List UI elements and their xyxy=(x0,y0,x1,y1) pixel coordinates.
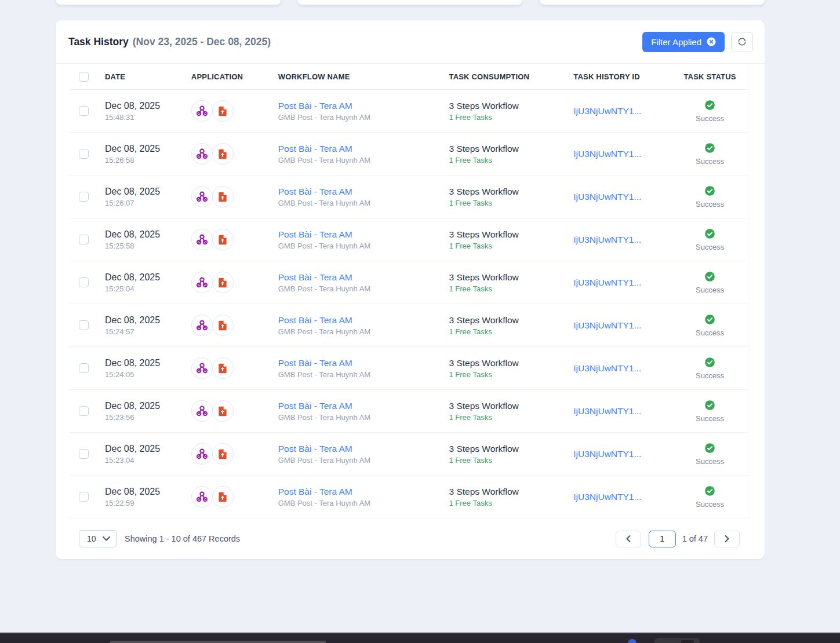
free-tasks-label: 1 Free Tasks xyxy=(449,156,562,165)
refresh-button[interactable] xyxy=(731,32,753,52)
table-row: Dec 08, 2025 15:24:05 xyxy=(69,347,748,390)
workflow-subtitle: GMB Post - Tera Huynh AM xyxy=(278,370,438,379)
workflow-name-link[interactable]: Post Bài - Tera AM xyxy=(278,444,352,454)
date-range-label: (Nov 23, 2025 - Dec 08, 2025) xyxy=(133,36,271,48)
row-date: Dec 08, 2025 xyxy=(105,358,180,368)
workflow-name-link[interactable]: Post Bài - Tera AM xyxy=(278,487,352,497)
column-header-workflow-name[interactable]: WORKFLOW NAME xyxy=(267,72,438,81)
task-history-id-link[interactable]: IjU3NjUwNTY1... xyxy=(573,192,641,202)
webhook-icon xyxy=(191,100,213,122)
select-all-checkbox[interactable] xyxy=(79,72,89,82)
success-icon xyxy=(704,271,715,282)
filter-applied-button[interactable]: Filter Applied xyxy=(642,32,725,52)
task-history-id-link[interactable]: IjU3NjUwNTY1... xyxy=(573,277,641,288)
pagination-bar: 10 Showing 1 - 10 of 467 Records 1 1 of … xyxy=(56,518,765,559)
free-tasks-label: 1 Free Tasks xyxy=(449,456,562,465)
taskbar-blue-icon[interactable] xyxy=(628,639,637,643)
header-actions: Filter Applied xyxy=(642,32,753,52)
success-icon xyxy=(704,100,715,111)
success-icon xyxy=(704,143,715,154)
task-consumption-value: 3 Steps Workflow xyxy=(449,272,562,283)
row-date: Dec 08, 2025 xyxy=(105,315,180,326)
task-history-id-link[interactable]: IjU3NjUwNTY1... xyxy=(573,106,641,116)
task-consumption-value: 3 Steps Workflow xyxy=(449,187,562,197)
row-date: Dec 08, 2025 xyxy=(105,229,180,240)
column-header-task-history-id[interactable]: TASK HISTORY ID xyxy=(562,72,672,81)
task-history-id-link[interactable]: IjU3NjUwNTY1... xyxy=(573,492,641,502)
task-consumption-value: 3 Steps Workflow xyxy=(449,358,562,368)
workflow-name-link[interactable]: Post Bài - Tera AM xyxy=(278,229,352,240)
task-history-id-link[interactable]: IjU3NjUwNTY1... xyxy=(573,235,641,245)
row-time: 15:22:59 xyxy=(105,499,180,507)
table-row: Dec 08, 2025 15:26:07 xyxy=(69,176,748,218)
row-time: 15:24:05 xyxy=(105,370,180,379)
next-page-button[interactable] xyxy=(714,531,740,547)
workflow-subtitle: GMB Post - Tera Huynh AM xyxy=(278,327,438,336)
status-label: Success xyxy=(672,157,748,166)
column-header-application[interactable]: APPLICATION xyxy=(180,72,267,81)
row-checkbox[interactable] xyxy=(79,449,89,459)
workflow-name-link[interactable]: Post Bài - Tera AM xyxy=(278,401,352,411)
pager: 1 1 of 47 xyxy=(616,531,740,547)
row-checkbox[interactable] xyxy=(79,106,89,116)
row-checkbox[interactable] xyxy=(79,320,89,330)
success-icon xyxy=(704,357,715,368)
task-consumption-value: 3 Steps Workflow xyxy=(449,401,562,411)
free-tasks-label: 1 Free Tasks xyxy=(449,113,562,122)
workflow-subtitle: GMB Post - Tera Huynh AM xyxy=(278,499,438,507)
table-row: Dec 08, 2025 15:25:58 xyxy=(69,218,748,261)
row-checkbox[interactable] xyxy=(79,149,89,159)
workflow-name-link[interactable]: Post Bài - Tera AM xyxy=(278,272,352,283)
row-checkbox[interactable] xyxy=(79,406,89,416)
task-history-id-link[interactable]: IjU3NjUwNTY1... xyxy=(573,320,641,331)
row-date: Dec 08, 2025 xyxy=(105,444,180,454)
workflow-name-link[interactable]: Post Bài - Tera AM xyxy=(278,315,352,326)
taskbar-app-button[interactable] xyxy=(654,638,700,643)
current-page-input[interactable]: 1 xyxy=(649,531,676,547)
table-row: Dec 08, 2025 15:24:57 xyxy=(69,304,748,347)
file-upload-icon xyxy=(212,443,234,465)
panel-header: Task History(Nov 23, 2025 - Dec 08, 2025… xyxy=(56,20,765,64)
panel-title-text: Task History xyxy=(68,36,129,48)
row-time: 15:23:56 xyxy=(105,413,180,422)
filter-clear-icon[interactable] xyxy=(707,37,716,46)
row-time: 15:23:04 xyxy=(105,456,180,465)
file-upload-icon xyxy=(212,143,234,165)
column-header-task-consumption[interactable]: TASK CONSUMPTION xyxy=(438,72,562,81)
webhook-icon xyxy=(191,229,213,250)
records-summary: Showing 1 - 10 of 467 Records xyxy=(125,534,240,543)
task-history-id-link[interactable]: IjU3NjUwNTY1... xyxy=(573,149,641,159)
workflow-name-link[interactable]: Post Bài - Tera AM xyxy=(278,101,352,111)
task-history-id-link[interactable]: IjU3NjUwNTY1... xyxy=(573,363,641,374)
row-time: 15:24:57 xyxy=(105,327,180,336)
row-checkbox[interactable] xyxy=(79,235,89,244)
chevron-left-icon xyxy=(626,535,631,542)
task-consumption-value: 3 Steps Workflow xyxy=(449,487,562,497)
status-label: Success xyxy=(672,414,748,423)
column-header-task-status[interactable]: TASK STATUS xyxy=(672,72,748,81)
row-checkbox[interactable] xyxy=(79,192,89,202)
success-icon xyxy=(704,228,715,239)
status-label: Success xyxy=(672,243,748,251)
workflow-name-link[interactable]: Post Bài - Tera AM xyxy=(278,358,352,368)
workflow-subtitle: GMB Post - Tera Huynh AM xyxy=(278,284,438,293)
workflow-name-link[interactable]: Post Bài - Tera AM xyxy=(278,144,352,154)
success-icon xyxy=(704,314,715,325)
column-header-date[interactable]: DATE xyxy=(96,72,180,81)
workflow-name-link[interactable]: Post Bài - Tera AM xyxy=(278,187,352,197)
row-checkbox[interactable] xyxy=(79,363,89,373)
task-consumption-value: 3 Steps Workflow xyxy=(449,315,562,326)
status-label: Success xyxy=(672,500,748,509)
row-checkbox[interactable] xyxy=(79,277,89,287)
previous-page-button[interactable] xyxy=(616,531,641,547)
free-tasks-label: 1 Free Tasks xyxy=(449,370,562,379)
status-label: Success xyxy=(672,200,748,209)
taskbar-search-field[interactable] xyxy=(110,641,326,643)
free-tasks-label: 1 Free Tasks xyxy=(449,327,562,336)
row-checkbox[interactable] xyxy=(79,492,89,502)
workflow-subtitle: GMB Post - Tera Huynh AM xyxy=(278,156,438,165)
task-history-id-link[interactable]: IjU3NjUwNTY1... xyxy=(573,406,641,417)
partial-summary-card xyxy=(540,0,765,5)
task-history-id-link[interactable]: IjU3NjUwNTY1... xyxy=(573,449,641,459)
page-size-select[interactable]: 10 xyxy=(79,530,117,547)
